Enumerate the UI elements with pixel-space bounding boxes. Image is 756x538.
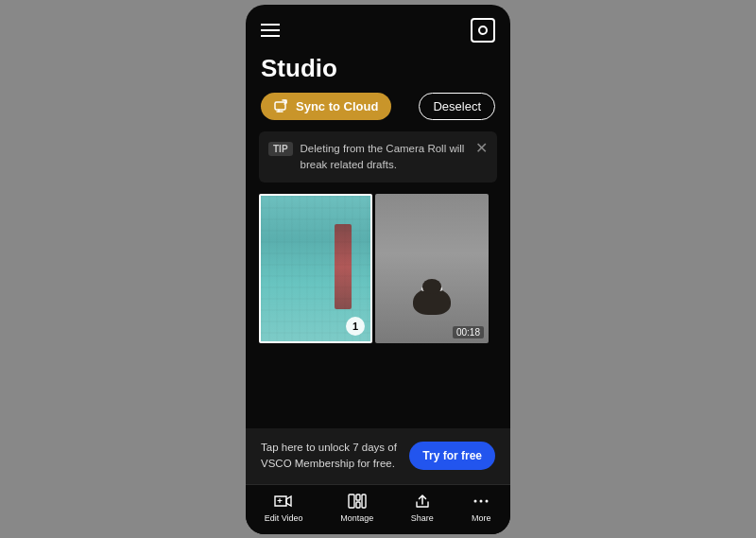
nav-item-more[interactable]: More bbox=[471, 493, 491, 523]
montage-icon bbox=[347, 493, 368, 510]
svg-point-6 bbox=[480, 499, 483, 502]
page-title: Studio bbox=[246, 50, 510, 93]
nav-label-share: Share bbox=[411, 513, 434, 523]
svg-rect-2 bbox=[356, 495, 360, 500]
select-badge: 1 bbox=[346, 317, 365, 336]
action-bar: Sync to Cloud Deselect bbox=[246, 93, 510, 131]
deselect-button[interactable]: Deselect bbox=[419, 93, 495, 120]
tip-banner: TIP Deleting from the Camera Roll will b… bbox=[259, 131, 497, 183]
membership-banner: Tap here to unlock 7 days of VSCO Member… bbox=[246, 428, 510, 484]
tip-close-icon[interactable]: ✕ bbox=[475, 141, 488, 156]
media-item-video[interactable]: 00:18 bbox=[375, 194, 489, 343]
video-duration: 00:18 bbox=[453, 326, 484, 338]
nav-label-more: More bbox=[472, 513, 491, 523]
spacer bbox=[246, 343, 510, 428]
tip-message: Deleting from the Camera Roll will break… bbox=[301, 141, 468, 174]
bottom-nav: Edit Video Montage Share bbox=[246, 484, 510, 534]
svg-rect-4 bbox=[362, 495, 366, 508]
svg-rect-0 bbox=[275, 102, 285, 110]
try-free-button[interactable]: Try for free bbox=[409, 442, 495, 470]
sync-label: Sync to Cloud bbox=[296, 99, 378, 113]
tip-badge: TIP bbox=[268, 142, 293, 156]
share-icon bbox=[412, 493, 433, 510]
cat-figure bbox=[408, 277, 455, 315]
nav-label-edit-video: Edit Video bbox=[265, 513, 303, 523]
photo-object bbox=[335, 224, 352, 309]
media-grid: 1 00:18 bbox=[246, 194, 510, 343]
svg-point-5 bbox=[474, 499, 477, 502]
top-bar bbox=[246, 5, 510, 50]
menu-icon[interactable] bbox=[261, 24, 280, 37]
video-thumbnail bbox=[375, 194, 489, 343]
nav-item-montage[interactable]: Montage bbox=[340, 493, 373, 523]
svg-rect-1 bbox=[349, 495, 354, 508]
nav-label-montage: Montage bbox=[340, 513, 373, 523]
svg-point-7 bbox=[486, 499, 489, 502]
cat-head bbox=[422, 279, 441, 294]
edit-video-icon bbox=[273, 493, 294, 510]
camera-icon[interactable] bbox=[471, 18, 495, 43]
membership-text: Tap here to unlock 7 days of VSCO Member… bbox=[261, 440, 400, 473]
sync-icon bbox=[274, 99, 289, 113]
camera-lens bbox=[478, 26, 488, 35]
sync-to-cloud-button[interactable]: Sync to Cloud bbox=[261, 93, 391, 120]
more-icon bbox=[471, 493, 491, 510]
svg-rect-3 bbox=[356, 502, 360, 508]
phone-container: Studio Sync to Cloud Deselect TIP Deleti… bbox=[246, 5, 510, 534]
nav-item-edit-video[interactable]: Edit Video bbox=[265, 493, 303, 523]
media-item-photo[interactable]: 1 bbox=[259, 194, 372, 343]
nav-item-share[interactable]: Share bbox=[411, 493, 434, 523]
